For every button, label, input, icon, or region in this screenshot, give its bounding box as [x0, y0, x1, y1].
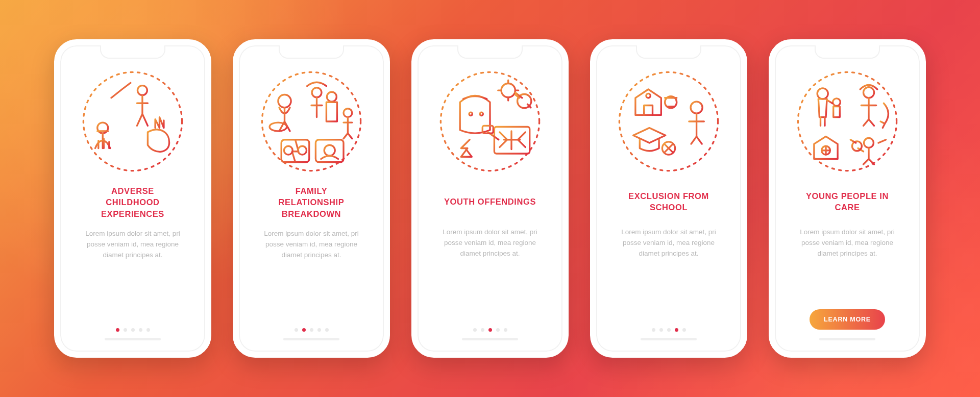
screen-title: YOUNG PEOPLE IN CARE	[806, 185, 889, 218]
carousel-dot-3[interactable]	[667, 328, 671, 332]
adverse-childhood-icon	[79, 68, 186, 175]
svg-point-1	[137, 86, 147, 95]
youth-offendings-icon	[436, 68, 544, 175]
svg-point-27	[817, 88, 828, 99]
screen-body-text: Lorem ipsum dolor sit amet, pri posse ve…	[251, 229, 372, 261]
svg-point-10	[284, 146, 292, 155]
home-indicator	[283, 338, 339, 340]
carousel-dot-1[interactable]	[473, 328, 477, 332]
carousel-dot-1[interactable]	[652, 328, 655, 332]
carousel-dot-5[interactable]	[325, 328, 329, 332]
svg-point-13	[324, 145, 335, 156]
screen-title: FAMILY RELATIONSHIP BREAKDOWN	[279, 185, 345, 219]
carousel-dot-2[interactable]	[659, 328, 663, 332]
svg-point-22	[646, 93, 650, 97]
svg-point-29	[864, 87, 874, 98]
carousel-dot-4[interactable]	[675, 328, 678, 332]
carousel-dot-1[interactable]	[295, 328, 298, 332]
svg-point-24	[691, 102, 702, 113]
phone-notch	[815, 45, 880, 59]
phone-notch	[100, 45, 165, 59]
carousel-dot-4[interactable]	[139, 328, 142, 332]
carousel-dot-5[interactable]	[504, 328, 507, 332]
svg-point-17	[501, 83, 515, 97]
svg-point-6	[312, 88, 322, 97]
svg-point-15	[469, 112, 472, 115]
phone-notch	[457, 45, 523, 59]
screen-body-text: Lorem ipsum dolor sit amet, pri posse ve…	[787, 227, 908, 259]
learn-more-button[interactable]: LEARN MORE	[810, 309, 885, 330]
screen-body-text: Lorem ipsum dolor sit amet, pri posse ve…	[608, 227, 729, 259]
home-indicator	[105, 338, 161, 340]
svg-point-5	[270, 122, 287, 131]
svg-point-4	[278, 95, 291, 108]
carousel-dot-5[interactable]	[682, 328, 686, 332]
svg-point-28	[833, 98, 841, 106]
phone-screen-3: YOUTH OFFENDINGSLorem ipsum dolor sit am…	[411, 39, 569, 358]
screen-title: EXCLUSION FROM SCHOOL	[628, 185, 709, 218]
svg-point-8	[344, 109, 352, 117]
carousel-dot-2[interactable]	[481, 328, 484, 332]
svg-point-32	[852, 141, 862, 151]
carousel-dot-3[interactable]	[131, 328, 135, 332]
young-people-care-icon	[794, 68, 901, 175]
carousel-dot-3[interactable]	[310, 328, 313, 332]
carousel-dot-5[interactable]	[146, 328, 150, 332]
svg-point-7	[327, 92, 336, 102]
phone-notch	[279, 45, 344, 59]
phone-screen-4: EXCLUSION FROM SCHOOLLorem ipsum dolor s…	[590, 39, 747, 358]
svg-point-31	[864, 138, 874, 148]
family-breakdown-icon	[258, 68, 365, 175]
phone-screen-2: FAMILY RELATIONSHIP BREAKDOWNLorem ipsum…	[233, 39, 390, 358]
carousel-dot-2[interactable]	[302, 328, 306, 332]
onboarding-screens-row: ADVERSE CHILDHOOD EXPERIENCESLorem ipsum…	[54, 39, 926, 358]
svg-rect-12	[315, 140, 344, 162]
screen-title: ADVERSE CHILDHOOD EXPERIENCES	[101, 185, 164, 219]
screen-body-text: Lorem ipsum dolor sit amet, pri posse ve…	[72, 229, 193, 261]
svg-point-16	[480, 112, 483, 115]
home-indicator	[462, 338, 518, 340]
carousel-dot-3[interactable]	[488, 328, 492, 332]
screen-title: YOUTH OFFENDINGS	[444, 185, 536, 218]
home-indicator	[641, 338, 697, 340]
carousel-dot-4[interactable]	[317, 328, 321, 332]
screen-body-text: Lorem ipsum dolor sit amet, pri posse ve…	[430, 227, 550, 259]
carousel-dots	[116, 328, 150, 332]
svg-point-11	[298, 146, 307, 155]
carousel-dot-1[interactable]	[116, 328, 119, 332]
carousel-dot-2[interactable]	[124, 328, 127, 332]
carousel-dots	[473, 328, 507, 332]
svg-point-0	[83, 72, 182, 170]
exclusion-school-icon	[615, 68, 722, 175]
carousel-dots	[295, 328, 329, 332]
phone-notch	[636, 45, 701, 59]
carousel-dots	[652, 328, 686, 332]
svg-point-3	[262, 72, 360, 170]
home-indicator	[819, 338, 875, 340]
phone-screen-1: ADVERSE CHILDHOOD EXPERIENCESLorem ipsum…	[54, 39, 211, 358]
phone-screen-5: YOUNG PEOPLE IN CARELorem ipsum dolor si…	[769, 39, 926, 358]
carousel-dot-4[interactable]	[496, 328, 500, 332]
